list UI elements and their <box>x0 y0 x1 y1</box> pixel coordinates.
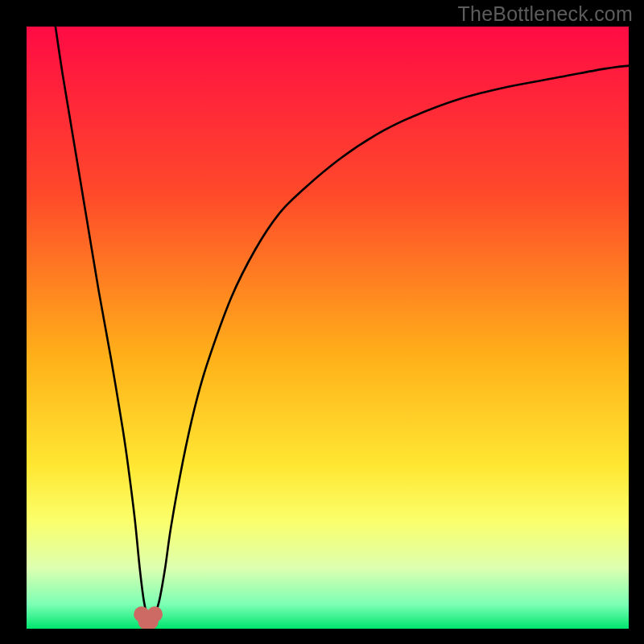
bottleneck-chart <box>27 27 629 629</box>
watermark-label: TheBottleneck.com <box>458 2 633 26</box>
sweet-spot-right <box>147 606 163 621</box>
chart-frame: TheBottleneck.com <box>0 0 644 644</box>
gradient-background <box>27 27 629 629</box>
plot-area <box>27 27 629 629</box>
